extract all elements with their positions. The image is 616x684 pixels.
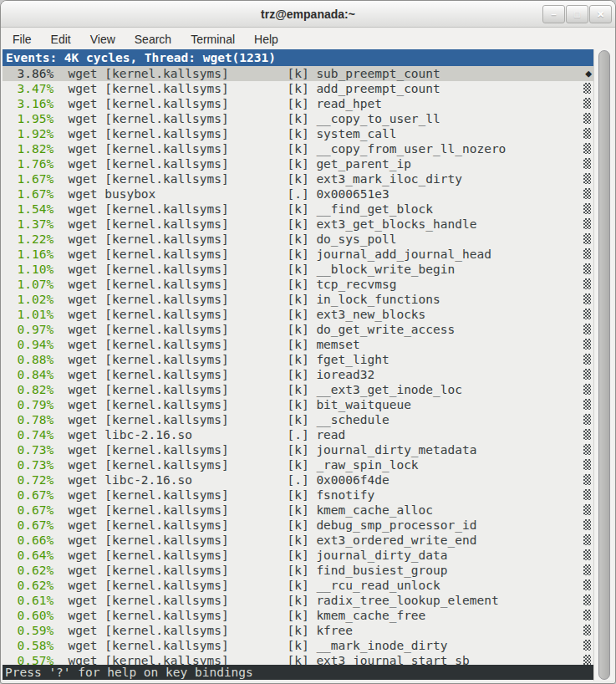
- perf-row[interactable]: 1.67% wget [kernel.kallsyms] [k] ext3_ma…: [3, 171, 593, 186]
- overhead-percent: 1.10%: [3, 263, 53, 276]
- overhead-percent: 0.62%: [3, 564, 53, 577]
- overhead-percent: 0.73%: [3, 458, 53, 472]
- scrollbar-dither-icon: [583, 640, 591, 651]
- overhead-percent: 1.76%: [3, 157, 53, 171]
- overhead-percent: 1.22%: [3, 232, 53, 246]
- minimize-button[interactable]: –: [542, 5, 565, 23]
- perf-row[interactable]: 0.66% wget [kernel.kallsyms] [k] ext3_or…: [3, 533, 593, 548]
- scrollbar-dither-icon: [583, 414, 591, 425]
- overhead-percent: 1.92%: [3, 127, 53, 140]
- perf-row[interactable]: 0.97% wget [kernel.kallsyms] [k] do_get_…: [3, 322, 593, 337]
- scrollbar-dither-icon: [583, 610, 591, 620]
- perf-row[interactable]: 0.94% wget [kernel.kallsyms] [k] memset: [3, 337, 593, 352]
- perf-row[interactable]: 1.37% wget [kernel.kallsyms] [k] ext3_ge…: [3, 217, 593, 232]
- perf-row[interactable]: 0.59% wget [kernel.kallsyms] [k] kfree: [3, 623, 593, 638]
- row-text: wget [kernel.kallsyms] [k] get_parent_ip: [53, 157, 411, 171]
- perf-row[interactable]: 1.67% wget busybox [.] 0x000651e3: [3, 186, 593, 202]
- row-text: wget [kernel.kallsyms] [k] fget_light: [53, 353, 389, 366]
- perf-row[interactable]: 1.82% wget [kernel.kallsyms] [k] __copy_…: [3, 141, 593, 156]
- row-text: wget [kernel.kallsyms] [k] sub_preempt_c…: [53, 67, 440, 80]
- overhead-percent: 0.74%: [3, 428, 53, 442]
- scrollbar-dither-icon: [583, 263, 591, 274]
- overhead-percent: 3.47%: [3, 82, 53, 95]
- perf-row[interactable]: 0.73% wget [kernel.kallsyms] [k] journal…: [3, 442, 593, 457]
- perf-row[interactable]: 0.67% wget [kernel.kallsyms] [k] fsnotif…: [3, 487, 593, 503]
- scrollbar-dither-icon: [583, 173, 591, 184]
- scrollbar-dither-icon: [583, 113, 591, 124]
- overhead-percent: 1.16%: [3, 248, 53, 261]
- terminal-content[interactable]: Events: 4K cycles, Thread: wget(1231) 3.…: [3, 49, 593, 681]
- menu-item-file[interactable]: File: [5, 30, 39, 48]
- perf-row[interactable]: 0.72% wget libc-2.16.so [.] 0x0006f4de: [3, 472, 593, 487]
- perf-row[interactable]: 3.86% wget [kernel.kallsyms] [k] sub_pre…: [3, 66, 593, 81]
- perf-row[interactable]: 1.92% wget [kernel.kallsyms] [k] system_…: [3, 126, 593, 141]
- overhead-percent: 0.84%: [3, 368, 53, 381]
- perf-row[interactable]: 3.16% wget [kernel.kallsyms] [k] read_hp…: [3, 96, 593, 111]
- row-text: wget [kernel.kallsyms] [k] __copy_to_use…: [53, 112, 440, 125]
- perf-row[interactable]: 0.67% wget [kernel.kallsyms] [k] debug_s…: [3, 518, 593, 533]
- perf-row[interactable]: 0.58% wget [kernel.kallsyms] [k] __mark_…: [3, 638, 593, 653]
- perf-row[interactable]: 3.47% wget [kernel.kallsyms] [k] add_pre…: [3, 81, 593, 96]
- perf-row[interactable]: 0.62% wget [kernel.kallsyms] [k] find_bu…: [3, 563, 593, 578]
- scrollbar-dither-icon: [583, 384, 591, 395]
- perf-row[interactable]: 0.78% wget [kernel.kallsyms] [k] __sched…: [3, 412, 593, 427]
- perf-row[interactable]: 0.73% wget [kernel.kallsyms] [k] _raw_sp…: [3, 457, 593, 472]
- scrollbar-dither-icon: [583, 519, 591, 530]
- scrollbar-dither-icon: [583, 354, 591, 365]
- scrollbar-dither-icon: [583, 128, 591, 139]
- scrollbar-track[interactable]: [593, 49, 613, 681]
- maximize-button[interactable]: □: [566, 5, 588, 23]
- overhead-percent: 1.01%: [3, 308, 53, 321]
- scrollbar-dither-icon: [583, 324, 591, 334]
- titlebar[interactable]: trz@empanada:~ – □ ✕: [1, 1, 615, 28]
- row-text: wget libc-2.16.so [.] 0x0006f4de: [53, 473, 389, 487]
- perf-row[interactable]: 1.10% wget [kernel.kallsyms] [k] __block…: [3, 262, 593, 277]
- overhead-percent: 0.72%: [3, 473, 53, 487]
- perf-row[interactable]: 1.54% wget [kernel.kallsyms] [k] __find_…: [3, 202, 593, 217]
- perf-row[interactable]: 1.95% wget [kernel.kallsyms] [k] __copy_…: [3, 111, 593, 126]
- overhead-percent: 0.58%: [3, 639, 53, 652]
- scrollbar-dither-icon: [583, 504, 591, 515]
- row-text: wget [kernel.kallsyms] [k] ext3_mark_ilo…: [53, 172, 462, 186]
- overhead-percent: 0.62%: [3, 579, 53, 592]
- perf-row[interactable]: 0.74% wget libc-2.16.so [.] read: [3, 427, 593, 442]
- perf-row[interactable]: 0.79% wget [kernel.kallsyms] [k] bit_wai…: [3, 397, 593, 412]
- menu-item-terminal[interactable]: Terminal: [183, 30, 242, 48]
- perf-row[interactable]: 0.88% wget [kernel.kallsyms] [k] fget_li…: [3, 352, 593, 367]
- scrollbar-dither-icon: [583, 625, 591, 636]
- scrollbar-thumb[interactable]: [598, 50, 610, 680]
- window-title: trz@empanada:~: [261, 8, 355, 21]
- overhead-percent: 1.02%: [3, 293, 53, 306]
- menu-item-search[interactable]: Search: [127, 30, 179, 48]
- perf-row[interactable]: 0.61% wget [kernel.kallsyms] [k] radix_t…: [3, 593, 593, 608]
- perf-row[interactable]: 0.67% wget [kernel.kallsyms] [k] kmem_ca…: [3, 503, 593, 518]
- perf-row[interactable]: 0.82% wget [kernel.kallsyms] [k] __ext3_…: [3, 382, 593, 397]
- menu-item-edit[interactable]: Edit: [43, 30, 79, 48]
- overhead-percent: 0.67%: [3, 518, 53, 532]
- perf-row[interactable]: 1.22% wget [kernel.kallsyms] [k] do_sys_…: [3, 232, 593, 247]
- perf-row[interactable]: 1.16% wget [kernel.kallsyms] [k] journal…: [3, 247, 593, 262]
- perf-row[interactable]: 1.76% wget [kernel.kallsyms] [k] get_par…: [3, 156, 593, 171]
- row-text: wget [kernel.kallsyms] [k] do_get_write_…: [53, 323, 455, 336]
- menu-item-help[interactable]: Help: [247, 30, 286, 48]
- perf-row[interactable]: 1.01% wget [kernel.kallsyms] [k] ext3_ne…: [3, 307, 593, 322]
- overhead-percent: 0.66%: [3, 533, 53, 547]
- terminal-window: trz@empanada:~ – □ ✕ File Edit View Sear…: [0, 0, 616, 684]
- perf-row[interactable]: 0.62% wget [kernel.kallsyms] [k] __rcu_r…: [3, 578, 593, 593]
- perf-row[interactable]: 1.07% wget [kernel.kallsyms] [k] tcp_rec…: [3, 277, 593, 292]
- overhead-percent: 1.54%: [3, 202, 53, 216]
- scrollbar-dither-icon: [583, 83, 591, 94]
- row-text: wget [kernel.kallsyms] [k] journal_dirty…: [53, 549, 447, 562]
- row-text: wget [kernel.kallsyms] [k] _raw_spin_loc…: [53, 458, 419, 472]
- close-icon: ✕: [597, 9, 604, 20]
- close-button[interactable]: ✕: [589, 5, 612, 23]
- perf-row[interactable]: 0.60% wget [kernel.kallsyms] [k] kmem_ca…: [3, 608, 593, 623]
- scrollbar-dither-icon: [583, 459, 591, 470]
- row-text: wget [kernel.kallsyms] [k] debug_smp_pro…: [53, 518, 476, 532]
- perf-row[interactable]: 0.84% wget [kernel.kallsyms] [k] ioread3…: [3, 367, 593, 382]
- perf-row[interactable]: 1.02% wget [kernel.kallsyms] [k] in_lock…: [3, 292, 593, 307]
- menu-item-view[interactable]: View: [83, 30, 123, 48]
- row-text: wget [kernel.kallsyms] [k] __rcu_read_un…: [53, 579, 440, 592]
- perf-row[interactable]: 0.64% wget [kernel.kallsyms] [k] journal…: [3, 548, 593, 563]
- scrollbar-dither-icon: [583, 218, 591, 229]
